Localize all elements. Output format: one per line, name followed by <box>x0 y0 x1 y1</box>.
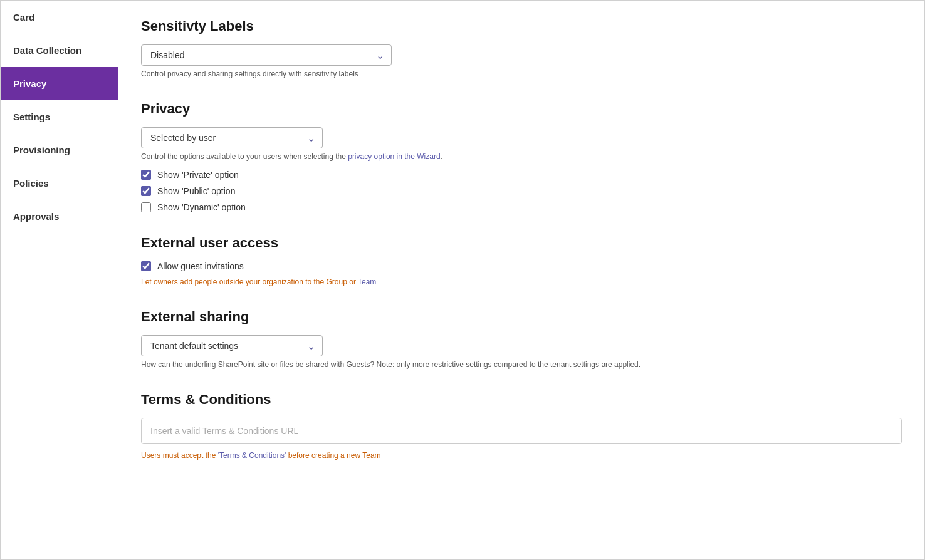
show-public-checkbox[interactable] <box>141 186 151 196</box>
show-private-row: Show 'Private' option <box>141 170 902 180</box>
privacy-title: Privacy <box>141 101 902 117</box>
sidebar-item-data-collection[interactable]: Data Collection <box>1 34 118 67</box>
privacy-section: Privacy Selected by user Private Public … <box>141 101 902 212</box>
external-sharing-help-text: How can the underling SharePoint site or… <box>141 360 902 369</box>
sidebar-item-card[interactable]: Card <box>1 1 118 34</box>
external-sharing-section: External sharing Tenant default settings… <box>141 309 902 369</box>
external-sharing-title: External sharing <box>141 309 902 325</box>
external-user-access-section: External user access Allow guest invitat… <box>141 235 902 286</box>
sidebar-item-provisioning[interactable]: Provisioning <box>1 133 118 167</box>
show-public-row: Show 'Public' option <box>141 186 902 196</box>
sensitivity-labels-section: Sensitivty Labels Disabled Enabled ⌄ Con… <box>141 18 902 78</box>
sensitivity-dropdown-wrapper: Disabled Enabled ⌄ <box>141 44 392 66</box>
external-sharing-dropdown[interactable]: Tenant default settings Disabled Existin… <box>141 335 323 356</box>
terms-link[interactable]: 'Terms & Conditions' <box>218 451 286 460</box>
show-private-label: Show 'Private' option <box>157 170 239 180</box>
sidebar-item-approvals[interactable]: Approvals <box>1 200 118 233</box>
show-public-label: Show 'Public' option <box>157 186 235 196</box>
sidebar-item-privacy[interactable]: Privacy <box>1 67 118 100</box>
main-content: Sensitivty Labels Disabled Enabled ⌄ Con… <box>118 1 924 559</box>
external-user-access-title: External user access <box>141 235 902 251</box>
guest-invitations-row: Allow guest invitations <box>141 261 902 271</box>
privacy-dropdown-wrapper: Selected by user Private Public ⌄ <box>141 127 323 148</box>
sidebar-item-policies[interactable]: Policies <box>1 167 118 200</box>
team-link[interactable]: Team <box>358 277 376 286</box>
terms-conditions-title: Terms & Conditions <box>141 391 902 408</box>
privacy-checkboxes: Show 'Private' option Show 'Public' opti… <box>141 170 902 212</box>
show-dynamic-label: Show 'Dynamic' option <box>157 202 246 212</box>
sidebar-item-settings[interactable]: Settings <box>1 100 118 133</box>
privacy-wizard-link[interactable]: privacy option in the Wizard <box>348 152 440 161</box>
show-private-checkbox[interactable] <box>141 170 151 180</box>
allow-guest-checkbox[interactable] <box>141 261 151 271</box>
sidebar: Card Data Collection Privacy Settings Pr… <box>1 1 118 559</box>
privacy-help-text: Control the options available to your us… <box>141 152 902 161</box>
external-sharing-dropdown-wrapper: Tenant default settings Disabled Existin… <box>141 335 323 356</box>
show-dynamic-row: Show 'Dynamic' option <box>141 202 902 212</box>
external-user-help-text: Let owners add people outside your organ… <box>141 277 902 286</box>
app-container: Card Data Collection Privacy Settings Pr… <box>0 0 925 560</box>
privacy-dropdown[interactable]: Selected by user Private Public <box>141 127 323 148</box>
sensitivity-dropdown[interactable]: Disabled Enabled <box>141 44 392 66</box>
terms-conditions-section: Terms & Conditions Users must accept the… <box>141 391 902 460</box>
terms-conditions-note: Users must accept the 'Terms & Condition… <box>141 451 902 460</box>
sensitivity-labels-title: Sensitivty Labels <box>141 18 902 34</box>
show-dynamic-checkbox[interactable] <box>141 202 151 212</box>
terms-conditions-input[interactable] <box>141 418 902 444</box>
allow-guest-label: Allow guest invitations <box>157 261 244 271</box>
sensitivity-help-text: Control privacy and sharing settings dir… <box>141 70 902 78</box>
